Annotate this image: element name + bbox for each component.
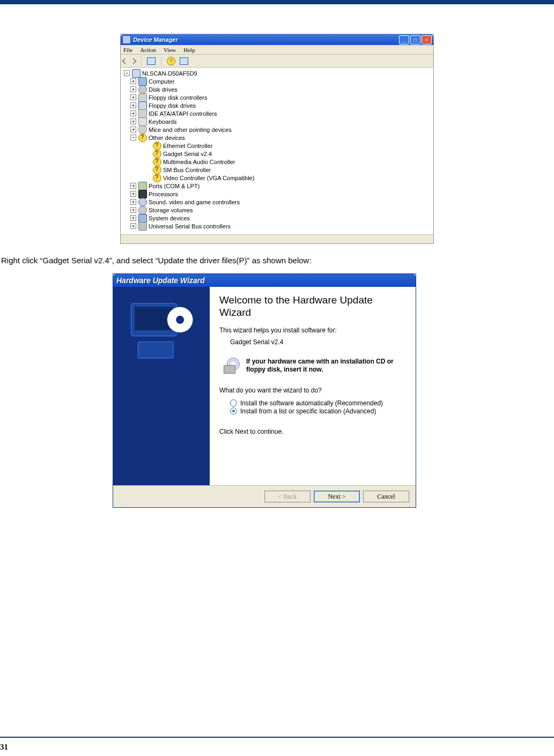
category-icon — [138, 214, 147, 223]
back-button: < Back — [264, 491, 311, 502]
expand-icon[interactable]: + — [130, 118, 136, 124]
expand-icon[interactable]: + — [130, 223, 136, 229]
radio-list-icon[interactable] — [230, 407, 237, 414]
device-tree: − NLSCAN-D50AF5D9 +Computer+Disk drives+… — [121, 68, 433, 234]
tree-category[interactable]: +Mice and other pointing devices — [123, 125, 431, 134]
tree-device[interactable]: Gadget Serial v2.4 — [123, 150, 431, 158]
document-footer-line — [0, 737, 554, 738]
menu-file[interactable]: File — [123, 47, 132, 53]
expand-icon[interactable]: + — [130, 199, 136, 205]
device-label: Multimedia Audio Controller — [163, 159, 235, 165]
hardware-update-wizard-window: Hardware Update Wizard Welcome to the Ha… — [113, 273, 416, 508]
option-list[interactable]: Install from a list or specific location… — [230, 407, 406, 415]
category-label: Mice and other pointing devices — [149, 127, 232, 133]
cancel-button[interactable]: Cancel — [363, 491, 409, 502]
wizard-graphic-icon — [127, 297, 196, 366]
tree-category[interactable]: +System devices — [123, 214, 431, 222]
category-icon — [138, 101, 147, 110]
cd-floppy-icon — [224, 358, 242, 374]
device-label: Gadget Serial v2.4 — [163, 151, 212, 157]
help-icon[interactable]: ? — [167, 57, 175, 65]
category-label: Floppy disk drives — [149, 102, 196, 109]
tree-category[interactable]: +Keyboards — [123, 117, 431, 125]
maximize-icon[interactable]: □ — [410, 35, 420, 45]
category-icon — [138, 125, 147, 134]
instruction-text: Right click “Gadget Serial v2.4”, and se… — [0, 256, 554, 265]
category-icon — [138, 85, 147, 94]
expand-icon[interactable]: − — [130, 135, 136, 140]
tree-category[interactable]: +IDE ATA/ATAPI controllers — [123, 109, 431, 117]
close-icon[interactable]: × — [422, 35, 432, 45]
expand-icon[interactable]: + — [130, 94, 136, 100]
category-icon — [138, 222, 147, 231]
device-label: SM Bus Controller — [163, 167, 211, 173]
expand-icon[interactable]: − — [124, 70, 130, 76]
expand-icon[interactable]: + — [130, 183, 136, 189]
next-button[interactable]: Next > — [314, 491, 360, 502]
minimize-icon[interactable]: _ — [399, 35, 409, 45]
tree-device[interactable]: Multimedia Audio Controller — [123, 158, 431, 166]
option-auto-label: Install the software automatically (Reco… — [240, 399, 383, 407]
document-top-bar — [0, 0, 554, 4]
expand-icon[interactable]: + — [130, 110, 136, 116]
radio-auto-icon[interactable] — [230, 399, 237, 406]
menu-view[interactable]: View — [164, 47, 176, 53]
tree-category[interactable]: +Disk drives — [123, 85, 431, 93]
expand-icon[interactable]: + — [130, 78, 136, 84]
wizard-sidebar — [113, 287, 210, 485]
device-label: Ethernet Controller — [163, 143, 212, 149]
device-manager-window: Device Manager _ □ × File Action View He… — [120, 34, 434, 244]
tree-category[interactable]: +Universal Serial Bus controllers — [123, 222, 431, 230]
option-list-label: Install from a list or specific location… — [240, 407, 376, 415]
category-label: Keyboards — [149, 118, 177, 125]
scan-icon[interactable] — [180, 57, 188, 65]
category-icon — [138, 117, 147, 126]
expand-icon[interactable]: + — [130, 127, 136, 132]
category-label: Processors — [149, 191, 178, 197]
device-manager-title: Device Manager — [133, 36, 178, 43]
device-manager-titlebar[interactable]: Device Manager _ □ × — [121, 34, 433, 45]
wizard-intro: This wizard helps you install software f… — [219, 327, 406, 334]
tree-category[interactable]: −Other devices — [123, 134, 431, 142]
category-icon — [138, 109, 147, 118]
device-manager-statusbar — [121, 234, 433, 243]
tree-device[interactable]: Video Controller (VGA Compatible) — [123, 174, 431, 182]
tree-category[interactable]: +Sound, video and game controllers — [123, 198, 431, 206]
tree-category[interactable]: +Ports (COM & LPT) — [123, 182, 431, 190]
expand-icon[interactable]: + — [130, 215, 136, 221]
tree-root-label: NLSCAN-D50AF5D9 — [142, 70, 197, 77]
expand-icon[interactable]: + — [130, 86, 136, 92]
tree-category[interactable]: +Processors — [123, 190, 431, 198]
category-icon — [138, 206, 147, 214]
wizard-cd-text: If your hardware came with an installati… — [246, 358, 406, 374]
wizard-question: What do you want the wizard to do? — [219, 387, 406, 394]
expand-icon[interactable]: + — [130, 102, 136, 108]
category-label: Other devices — [149, 135, 185, 141]
expand-icon[interactable]: + — [130, 207, 136, 213]
tree-device[interactable]: SM Bus Controller — [123, 166, 431, 174]
menu-action[interactable]: Action — [140, 47, 156, 53]
tree-category[interactable]: +Floppy disk drives — [123, 101, 431, 109]
wizard-title: Hardware Update Wizard — [116, 276, 205, 285]
option-auto[interactable]: Install the software automatically (Reco… — [230, 399, 406, 407]
tree-root[interactable]: − NLSCAN-D50AF5D9 — [123, 69, 431, 77]
wizard-footer: < Back Next > Cancel — [113, 485, 416, 507]
wizard-titlebar[interactable]: Hardware Update Wizard — [113, 274, 416, 287]
category-label: Disk drives — [149, 86, 178, 93]
unknown-device-icon — [153, 150, 161, 158]
menu-help[interactable]: Help — [183, 47, 195, 53]
tree-device[interactable]: Ethernet Controller — [123, 142, 431, 150]
expand-icon[interactable]: + — [130, 191, 136, 197]
tree-category[interactable]: +Computer — [123, 77, 431, 85]
properties-icon[interactable] — [147, 57, 156, 65]
category-icon — [138, 182, 147, 190]
tree-category[interactable]: +Floppy disk controllers — [123, 93, 431, 101]
category-icon — [138, 93, 147, 102]
back-icon[interactable] — [122, 58, 128, 64]
category-label: System devices — [149, 215, 190, 221]
tree-category[interactable]: +Storage volumes — [123, 206, 431, 214]
forward-icon[interactable] — [130, 58, 136, 64]
category-label: Ports (COM & LPT) — [149, 183, 200, 189]
wizard-heading: Welcome to the Hardware Update Wizard — [219, 294, 406, 319]
category-label: Computer — [149, 78, 174, 85]
